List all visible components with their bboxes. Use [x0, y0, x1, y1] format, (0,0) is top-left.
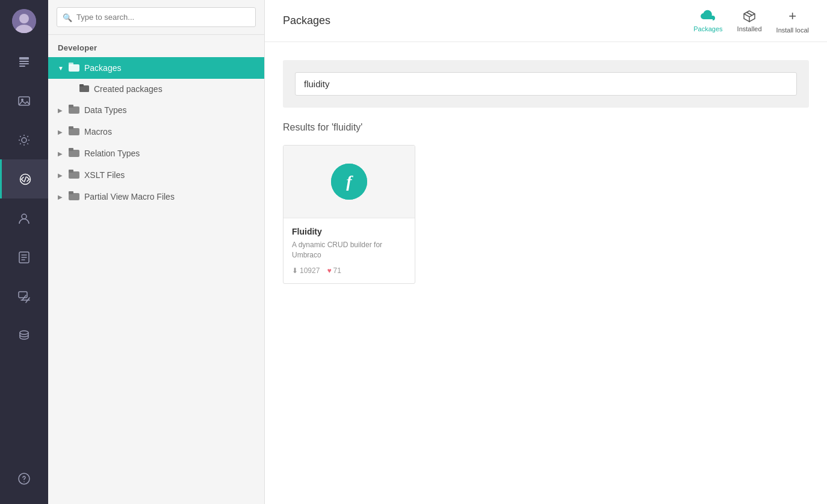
cloud-icon [699, 10, 716, 23]
header-actions: Packages Installed + Install local [693, 8, 809, 34]
svg-rect-18 [79, 84, 84, 87]
svg-rect-28 [69, 191, 73, 194]
macros-folder-icon [69, 126, 79, 137]
rail-item-help[interactable] [0, 459, 48, 498]
rail-item-content[interactable] [0, 42, 48, 81]
created-packages-folder-icon [79, 84, 89, 94]
svg-rect-16 [69, 63, 73, 66]
svg-rect-6 [19, 66, 25, 67]
sidebar-item-macros[interactable]: ▶ Macros [48, 121, 264, 143]
sidebar-item-partial-view-macro-files[interactable]: ▶ Partial View Macro Files [48, 186, 264, 207]
page-title: Packages [283, 14, 330, 27]
likes-stat: ♥ 71 [327, 266, 341, 275]
avatar-area [0, 0, 48, 42]
rail-item-settings[interactable] [0, 120, 48, 159]
partial-view-macro-files-label: Partial View Macro Files [84, 192, 175, 201]
package-search-container: fluidity [283, 60, 809, 108]
icon-rail [0, 0, 48, 504]
likes-count: 71 [333, 266, 341, 275]
rail-item-database[interactable] [0, 316, 48, 355]
arrow-right-icon: ▶ [58, 107, 65, 114]
svg-point-1 [19, 14, 29, 23]
created-packages-label: Created packages [94, 84, 163, 94]
sidebar-item-created-packages[interactable]: Created packages [48, 79, 264, 99]
fluidity-logo-circle: f [331, 164, 367, 200]
installed-tab-label: Installed [737, 25, 762, 32]
data-types-folder-icon [69, 105, 79, 115]
svg-rect-11 [19, 292, 27, 298]
sidebar-nav: Developer ▼ Packages Created packages [48, 35, 264, 504]
arrow-right-icon-2: ▶ [58, 129, 65, 135]
rail-item-developer[interactable] [0, 159, 48, 198]
search-icon: 🔍 [63, 13, 72, 22]
xslt-folder-icon [69, 170, 79, 180]
svg-point-9 [22, 214, 26, 219]
rail-item-members[interactable] [0, 198, 48, 238]
svg-rect-4 [19, 61, 29, 62]
sidebar-item-data-types[interactable]: ▶ Data Types [48, 99, 264, 121]
packages-grid: f Fluidity A dynamic CRUD builder for Um… [283, 145, 809, 284]
svg-rect-26 [69, 170, 73, 173]
heart-icon: ♥ [327, 266, 331, 275]
rail-item-forms[interactable] [0, 238, 48, 277]
arrow-down-icon: ▼ [58, 65, 65, 72]
svg-point-12 [20, 331, 28, 334]
sidebar-item-relation-types[interactable]: ▶ Relation Types [48, 143, 264, 164]
downloads-stat: ⬇ 10927 [292, 266, 320, 275]
macros-label: Macros [84, 127, 112, 137]
results-title: Results for 'fluidity' [283, 122, 809, 133]
search-wrapper: 🔍 [57, 7, 256, 27]
main-content: Packages Packages Installed + [265, 0, 827, 504]
installed-tab-button[interactable]: Installed [737, 10, 762, 32]
package-name: Fluidity [292, 227, 406, 236]
svg-rect-3 [19, 57, 29, 60]
svg-rect-5 [19, 63, 29, 64]
package-stats: ⬇ 10927 ♥ 71 [292, 266, 406, 275]
package-description: A dynamic CRUD builder for Umbraco [292, 240, 406, 260]
install-local-tab-label: Install local [776, 26, 809, 34]
sidebar-item-packages[interactable]: ▼ Packages [48, 57, 264, 79]
packages-label: Packages [84, 63, 121, 73]
downloads-count: 10927 [300, 266, 320, 275]
arrow-right-icon-5: ▶ [58, 194, 65, 200]
sidebar-section-title: Developer [48, 35, 264, 57]
avatar[interactable] [12, 9, 36, 33]
rail-help[interactable] [0, 459, 48, 498]
rail-item-languages[interactable] [0, 277, 48, 316]
package-card-fluidity[interactable]: f Fluidity A dynamic CRUD builder for Um… [283, 145, 415, 284]
packages-tab-button[interactable]: Packages [693, 10, 722, 32]
svg-rect-24 [69, 148, 73, 151]
package-card-body: Fluidity A dynamic CRUD builder for Umbr… [283, 218, 415, 283]
install-local-tab-button[interactable]: + Install local [776, 8, 809, 34]
relation-types-folder-icon [69, 148, 79, 159]
rail-nav [0, 42, 48, 459]
plus-icon: + [788, 8, 796, 24]
arrow-right-icon-4: ▶ [58, 172, 65, 179]
sidebar: 🔍 Developer ▼ Packages [48, 0, 265, 504]
package-logo-area: f [283, 146, 415, 218]
svg-point-14 [23, 481, 25, 482]
main-header: Packages Packages Installed + [265, 0, 827, 42]
sidebar-search-area: 🔍 [48, 0, 264, 35]
partial-view-folder-icon [69, 191, 79, 202]
download-icon: ⬇ [292, 266, 298, 275]
relation-types-label: Relation Types [84, 149, 140, 158]
svg-rect-22 [69, 126, 73, 129]
search-input[interactable] [57, 7, 256, 27]
data-types-label: Data Types [84, 105, 127, 115]
package-search-input[interactable]: fluidity [295, 72, 797, 96]
svg-rect-20 [69, 105, 73, 108]
xslt-files-label: XSLT Files [84, 170, 125, 180]
arrow-right-icon-3: ▶ [58, 150, 65, 157]
rail-item-media[interactable] [0, 81, 48, 120]
sidebar-item-xslt-files[interactable]: ▶ XSLT Files [48, 164, 264, 186]
box-icon [743, 10, 756, 23]
packages-tab-label: Packages [693, 25, 722, 32]
main-body: fluidity Results for 'fluidity' f Fluidi… [265, 42, 827, 504]
packages-folder-icon [69, 63, 79, 73]
